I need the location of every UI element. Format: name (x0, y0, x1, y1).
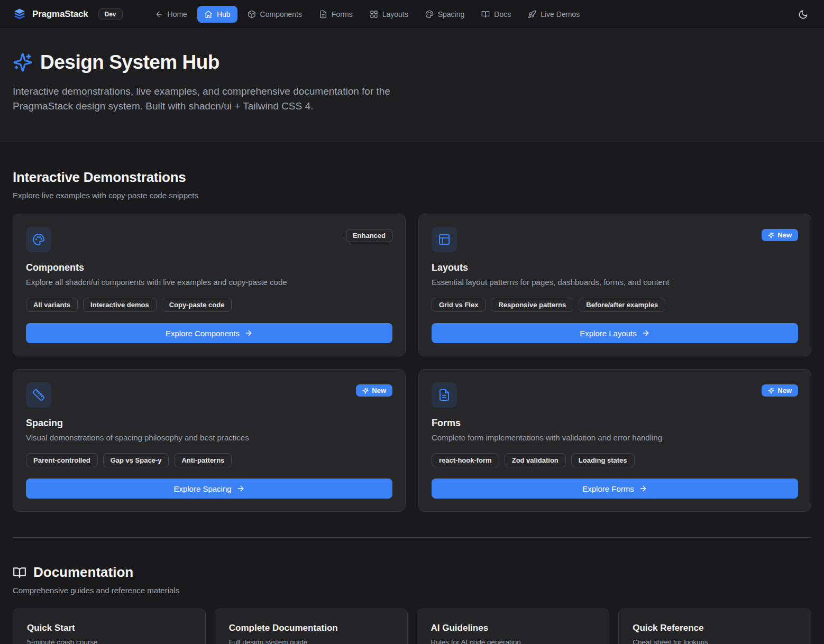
demo-card-grid: Enhanced Components Explore all shadcn/u… (13, 214, 811, 512)
demo-card-forms: New Forms Complete form implementations … (418, 369, 811, 512)
nav-item-home[interactable]: Home (148, 6, 194, 23)
palette-icon (26, 227, 51, 252)
nav-item-layouts[interactable]: Layouts (363, 6, 415, 23)
doc-card-subtitle: 5-minute crash course (27, 638, 191, 644)
badge-label: New (372, 387, 386, 394)
card-title: Layouts (432, 262, 798, 273)
doc-card-quick-reference[interactable]: Quick Reference Cheat sheet for lookups (618, 609, 811, 644)
card-title: Spacing (26, 418, 392, 429)
page-title: Design System Hub (40, 51, 219, 73)
explore-forms-button[interactable]: Explore Forms (432, 479, 798, 499)
card-description: Visual demonstrations of spacing philoso… (26, 433, 392, 442)
layers-logo-icon (13, 7, 26, 21)
new-badge: New (356, 384, 392, 397)
status-badge: Enhanced (346, 229, 392, 242)
demos-heading: Interactive Demonstrations (13, 169, 811, 186)
docs-subheading: Comprehensive guides and reference mater… (13, 586, 811, 595)
book-open-icon (13, 566, 26, 579)
arrow-right-icon (642, 329, 650, 337)
book-open-icon (481, 10, 490, 19)
panels-top-icon (432, 227, 457, 252)
nav-item-forms[interactable]: Forms (312, 6, 360, 23)
arrow-right-icon (639, 484, 647, 493)
tag: react-hook-form (432, 453, 499, 467)
nav-item-hub[interactable]: Hub (197, 6, 237, 23)
tag: Anti-patterns (174, 453, 232, 467)
palette-icon (425, 10, 434, 19)
sparkles-icon (768, 232, 774, 238)
tag: Gap vs Space-y (103, 453, 169, 467)
badge-label: New (777, 387, 792, 394)
card-title: Forms (432, 418, 798, 429)
explore-components-button[interactable]: Explore Components (26, 323, 392, 343)
nav-item-live-demos[interactable]: Live Demos (521, 6, 587, 23)
doc-card-complete-documentation[interactable]: Complete Documentation Full design syste… (215, 609, 408, 644)
button-label: Explore Spacing (173, 484, 231, 493)
doc-card-subtitle: Cheat sheet for lookups (633, 638, 797, 644)
arrow-right-icon (236, 484, 245, 493)
brand-name: PragmaStack (32, 9, 88, 20)
brand[interactable]: PragmaStack Dev (13, 7, 123, 21)
layout-grid-icon (370, 10, 378, 19)
nav-label: Live Demos (541, 10, 580, 19)
docs-section: Documentation Comprehensive guides and r… (13, 538, 811, 644)
doc-card-quick-start[interactable]: Quick Start 5-minute crash course (13, 609, 206, 644)
tag: Responsive patterns (491, 298, 573, 312)
tag: Copy-paste code (162, 298, 232, 312)
tag: Loading states (571, 453, 635, 467)
explore-spacing-button[interactable]: Explore Spacing (26, 479, 392, 499)
demo-card-components: Enhanced Components Explore all shadcn/u… (13, 214, 406, 356)
doc-card-title: AI Guidelines (431, 623, 596, 633)
explore-layouts-button[interactable]: Explore Layouts (432, 323, 798, 343)
demos-section: Interactive Demonstrations Explore live … (13, 142, 811, 512)
sparkles-icon (13, 52, 33, 72)
button-label: Explore Forms (582, 484, 634, 493)
new-badge: New (762, 229, 798, 241)
file-text-icon (319, 10, 327, 19)
demo-card-layouts: New Layouts Essential layout patterns fo… (418, 214, 811, 356)
card-description: Essential layout patterns for pages, das… (432, 278, 798, 287)
package-icon (248, 10, 256, 19)
tag-row: All variants Interactive demos Copy-past… (26, 298, 392, 312)
env-badge: Dev (98, 8, 123, 20)
doc-card-ai-guidelines[interactable]: AI Guidelines Rules for AI code generati… (417, 609, 610, 644)
nav-label: Components (260, 10, 302, 19)
nav-item-spacing[interactable]: Spacing (418, 6, 472, 23)
tag-row: react-hook-form Zod validation Loading s… (432, 453, 798, 467)
sparkles-icon (768, 388, 774, 394)
arrow-right-icon (244, 329, 253, 337)
tag-row: Grid vs Flex Responsive patterns Before/… (432, 298, 798, 312)
demo-card-spacing: New Spacing Visual demonstrations of spa… (13, 369, 406, 512)
ruler-icon (26, 382, 51, 408)
rocket-icon (528, 10, 536, 19)
main-nav: Home Hub Components Forms Layouts (148, 6, 587, 23)
tag: Grid vs Flex (432, 298, 486, 312)
demos-subheading: Explore live examples with copy-paste co… (13, 191, 811, 200)
nav-label: Forms (332, 10, 353, 19)
button-label: Explore Components (166, 329, 240, 338)
doc-card-title: Quick Reference (633, 623, 797, 633)
tag: Before/after examples (579, 298, 665, 312)
navbar: PragmaStack Dev Home Hub Components Fo (0, 0, 824, 29)
nav-label: Hub (217, 10, 231, 19)
card-description: Complete form implementations with valid… (432, 433, 798, 442)
doc-card-subtitle: Full design system guide (229, 638, 393, 644)
theme-toggle-button[interactable] (795, 6, 811, 23)
nav-item-docs[interactable]: Docs (474, 6, 518, 23)
page-description: Interactive demonstrations, live example… (13, 84, 407, 114)
docs-heading: Documentation (33, 564, 133, 581)
tag: Parent-controlled (26, 453, 98, 467)
button-label: Explore Layouts (580, 329, 637, 338)
tag: Zod validation (505, 453, 566, 467)
nav-label: Home (168, 10, 187, 19)
moon-icon (798, 10, 808, 20)
sparkles-icon (362, 388, 369, 394)
nav-label: Spacing (438, 10, 465, 19)
docs-card-grid: Quick Start 5-minute crash course Comple… (13, 609, 811, 644)
doc-card-subtitle: Rules for AI code generation (431, 638, 596, 644)
file-text-icon (432, 382, 457, 408)
arrow-left-icon (155, 10, 163, 19)
nav-item-components[interactable]: Components (241, 6, 309, 23)
tag: Interactive demos (83, 298, 157, 312)
nav-label: Docs (494, 10, 511, 19)
